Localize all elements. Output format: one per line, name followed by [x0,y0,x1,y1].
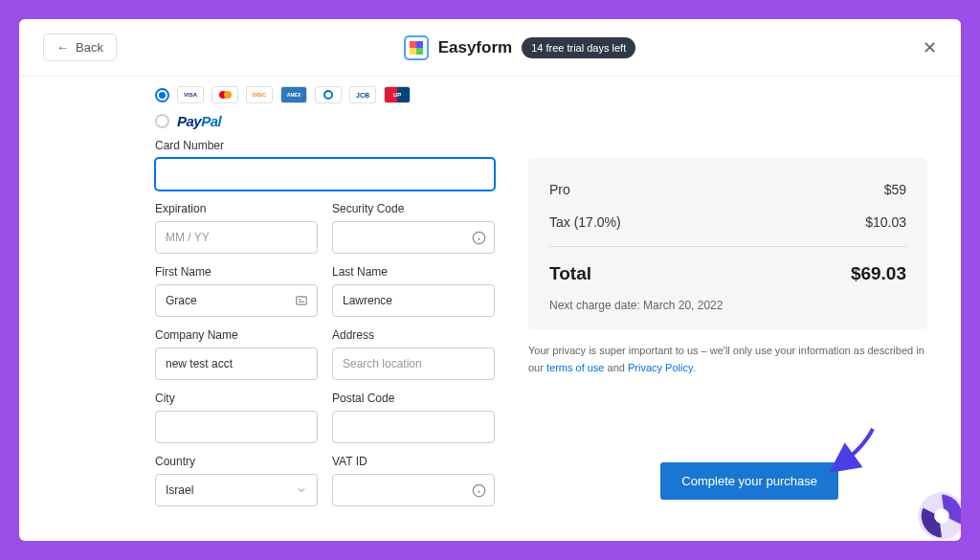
payment-form-column: VISA DISC AMEX JCB UP PayPal Card Number [155,86,495,526]
cvc-group: Security Code [332,202,495,254]
card-number-input[interactable] [155,158,495,190]
total-label: Total [549,263,591,284]
arrow-left-icon: ← [56,40,69,55]
city-input[interactable] [155,411,318,443]
radio-card-icon[interactable] [155,88,169,102]
jcb-icon: JCB [349,86,376,103]
summary-total-row: Total $69.03 [549,255,906,293]
summary-divider [549,246,906,247]
complete-purchase-button[interactable]: Complete your purchase [660,462,838,500]
payment-method-card[interactable]: VISA DISC AMEX JCB UP [155,86,495,103]
first-name-group: First Name [155,265,318,317]
next-charge: Next charge date: March 20, 2022 [549,293,906,312]
summary-plan-row: Pro $59 [549,173,906,206]
checkout-modal: ← Back Easyform 14 free trial days left … [19,19,961,541]
amex-icon: AMEX [280,86,307,103]
visa-icon: VISA [177,86,204,103]
company-label: Company Name [155,328,318,342]
payment-methods: VISA DISC AMEX JCB UP PayPal [155,86,495,129]
diners-icon [315,86,342,103]
discover-icon: DISC [246,86,273,103]
plan-price: $59 [884,182,906,197]
vat-group: VAT ID [332,455,495,506]
postal-label: Postal Code [332,392,495,405]
app-name: Easyform [438,38,512,57]
postal-group: Postal Code [332,392,495,443]
header: ← Back Easyform 14 free trial days left … [19,19,961,77]
last-name-label: Last Name [332,265,495,279]
summary-tax-row: Tax (17.0%) $10.03 [549,206,906,238]
tax-label: Tax (17.0%) [549,214,621,230]
back-button[interactable]: ← Back [43,34,117,61]
expiration-label: Expiration [155,202,318,215]
card-number-group: Card Number [155,139,495,190]
mastercard-icon [212,86,238,103]
terms-link[interactable]: terms of use [546,362,605,373]
payment-method-paypal[interactable]: PayPal [155,113,495,129]
last-name-group: Last Name [332,265,495,317]
info-icon[interactable] [471,482,486,498]
address-label: Address [332,328,495,342]
last-name-input[interactable] [332,284,495,317]
country-group: Country [155,455,318,506]
address-group: Address [332,328,495,380]
trial-badge: 14 free trial days left [522,37,635,58]
vat-label: VAT ID [332,455,495,468]
postal-input[interactable] [332,411,495,443]
autofill-icon[interactable] [294,293,309,308]
total-value: $69.03 [851,263,906,284]
country-label: Country [155,455,318,468]
chevron-down-icon[interactable] [294,482,309,498]
app-logo-icon [404,35,429,60]
first-name-label: First Name [155,265,318,279]
order-summary-column: Pro $59 Tax (17.0%) $10.03 Total $69.03 … [528,86,927,526]
back-label: Back [76,40,103,55]
close-icon[interactable]: ✕ [923,37,937,58]
privacy-text: Your privacy is super important to us – … [528,343,927,376]
info-icon[interactable] [471,230,486,245]
brand-corner-icon [915,489,961,541]
expiration-input[interactable] [155,221,318,254]
address-input[interactable] [332,347,495,380]
svg-rect-3 [297,297,307,304]
order-summary: Pro $59 Tax (17.0%) $10.03 Total $69.03 … [528,158,927,329]
company-group: Company Name [155,328,318,380]
unionpay-icon: UP [384,86,411,103]
cvc-label: Security Code [332,202,495,215]
expiration-group: Expiration [155,202,318,254]
city-label: City [155,392,318,405]
header-center: Easyform 14 free trial days left [404,35,636,60]
city-group: City [155,392,318,443]
company-input[interactable] [155,347,318,380]
radio-paypal-icon[interactable] [155,114,169,128]
card-number-label: Card Number [155,139,495,152]
plan-label: Pro [549,182,570,197]
privacy-link[interactable]: Privacy Policy [628,362,693,373]
svg-point-10 [934,508,949,524]
tax-value: $10.03 [865,214,906,230]
paypal-logo-icon: PayPal [177,113,221,129]
